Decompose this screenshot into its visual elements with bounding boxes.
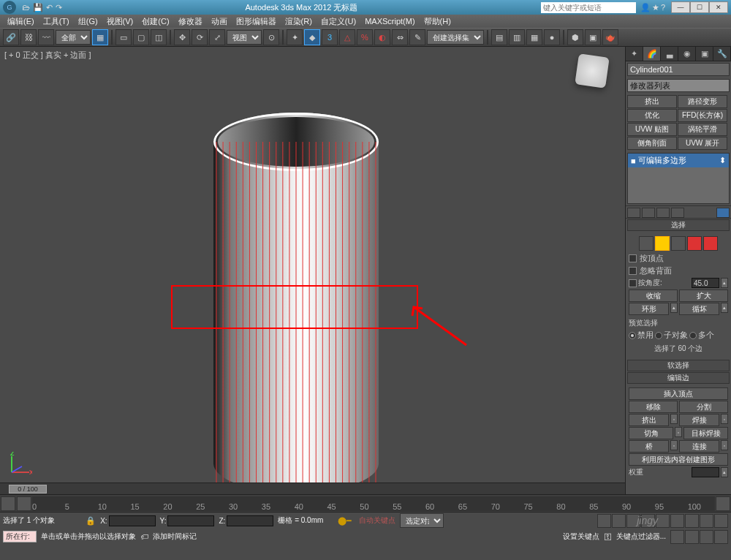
help-search[interactable] <box>541 2 636 13</box>
selection-filter[interactable]: 全部 <box>56 30 91 45</box>
radio-subobj[interactable] <box>655 332 662 339</box>
select-object-icon[interactable]: ▦ <box>92 29 108 45</box>
maximize-button[interactable]: ☐ <box>690 1 709 13</box>
rollout-editedges[interactable]: 编辑边 <box>627 372 730 384</box>
select-name-icon[interactable]: ▭ <box>115 29 132 45</box>
viewcube[interactable] <box>571 54 612 95</box>
stack-item-editpoly[interactable]: ■可编辑多边形⬍ <box>628 154 729 167</box>
redo-icon[interactable]: ↷ <box>56 3 62 12</box>
chk-ignoreback[interactable] <box>629 267 637 275</box>
bind-icon[interactable]: 〰 <box>38 29 54 45</box>
time-handle[interactable]: 0 / 100 <box>9 485 47 493</box>
show-result-icon[interactable] <box>642 208 655 218</box>
menu-rendering[interactable]: 渲染(R) <box>281 16 317 27</box>
schematic-icon[interactable]: ▦ <box>526 29 542 45</box>
close-button[interactable]: ✕ <box>709 1 728 13</box>
key-mode-icon[interactable]: ⚿ <box>604 532 612 541</box>
btn-bridge[interactable]: 桥 <box>629 440 669 453</box>
menu-group[interactable]: 组(G) <box>74 16 102 27</box>
btn-loop[interactable]: 循坏 <box>679 303 719 315</box>
tab-create[interactable]: ✦ <box>626 47 643 61</box>
menu-customize[interactable]: 自定义(U) <box>317 16 360 27</box>
nav2-icon[interactable] <box>685 530 699 544</box>
goto-start-icon[interactable] <box>597 514 611 528</box>
menu-modifiers[interactable]: 修改器 <box>174 16 207 27</box>
chk-byvertex[interactable] <box>629 254 637 262</box>
track-ruler[interactable]: 0510152025303540455055606570758085909510… <box>32 496 715 511</box>
coord-y[interactable] <box>167 515 214 526</box>
angle-snap-icon[interactable]: 3 <box>322 29 338 45</box>
tab-display[interactable]: ▣ <box>696 47 713 61</box>
key-filters-btn[interactable]: 关键点过滤器... <box>616 531 666 542</box>
menu-tools[interactable]: 工具(T) <box>39 16 74 27</box>
coord-z[interactable] <box>227 515 273 526</box>
key-icon[interactable]: ⬤━ <box>338 516 352 526</box>
angle-value[interactable] <box>692 278 719 288</box>
menu-grapheditors[interactable]: 图形编辑器 <box>232 16 281 27</box>
btn-grow[interactable]: 扩大 <box>679 290 728 302</box>
configure-icon[interactable] <box>716 208 730 218</box>
chk-byangle[interactable] <box>629 279 637 287</box>
subobj-polygon[interactable] <box>687 236 702 251</box>
subobj-edge[interactable] <box>655 236 670 251</box>
render-icon[interactable]: 🫖 <box>602 29 618 45</box>
mod-pathdeform[interactable]: 路径变形 <box>678 95 727 108</box>
btn-targetweld[interactable]: 目标焊接 <box>683 427 728 439</box>
object-name-field[interactable]: Cylinder001 <box>627 63 730 76</box>
coord-x[interactable] <box>109 515 156 526</box>
auto-key-btn[interactable]: 自动关键点 <box>359 515 395 526</box>
time-slider[interactable]: 0 / 100 <box>0 483 625 494</box>
nav-max-icon[interactable] <box>714 514 728 528</box>
radio-off[interactable] <box>629 332 636 339</box>
rollout-softsel[interactable]: 软选择 <box>627 360 730 371</box>
subobj-border[interactable] <box>671 236 686 251</box>
time-tag-icon[interactable]: 🏷 <box>140 532 148 541</box>
named-selection[interactable]: 创建选择集 <box>427 30 484 45</box>
snap-toggle-icon[interactable]: ◆ <box>304 29 320 45</box>
btn-connect[interactable]: 连接 <box>679 440 719 453</box>
user-icon[interactable]: 👤 <box>640 3 651 12</box>
rollout-selection[interactable]: 选择 <box>627 219 730 231</box>
modifier-stack[interactable]: ■可编辑多边形⬍ <box>627 153 730 204</box>
favorite-icon[interactable]: ★ <box>652 3 659 12</box>
btn-shrink[interactable]: 收缩 <box>629 290 678 302</box>
nav3-icon[interactable] <box>700 530 713 544</box>
viewport[interactable]: [ + 0 正交 ] 真实 + 边面 ] z x 0 / 100 <box>0 47 625 494</box>
mod-turbosmooth[interactable]: 涡轮平滑 <box>678 123 727 136</box>
btn-extrude[interactable]: 挤出 <box>629 414 669 426</box>
nav-pan-icon[interactable] <box>670 514 684 528</box>
btn-insertvertex[interactable]: 插入顶点 <box>629 387 728 400</box>
btn-createshape[interactable]: 利用所选内容创建图形 <box>629 453 728 466</box>
mod-ffd[interactable]: FFD(长方体) <box>678 109 727 122</box>
curve-editor-icon[interactable]: ▥ <box>509 29 525 45</box>
nav4-icon[interactable] <box>714 530 728 544</box>
remove-mod-icon[interactable] <box>671 208 684 218</box>
mod-extrude[interactable]: 挤出 <box>627 95 677 108</box>
btn-split[interactable]: 分割 <box>679 401 728 413</box>
open-icon[interactable]: 🗁 <box>22 3 30 12</box>
undo-icon[interactable]: ↶ <box>46 3 53 12</box>
nav-zoom-icon[interactable] <box>685 514 699 528</box>
btn-chamfer[interactable]: 切角 <box>629 427 673 439</box>
mod-optimize[interactable]: 优化 <box>627 109 677 122</box>
render-setup-icon[interactable]: ⬢ <box>567 29 583 45</box>
btn-remove[interactable]: 移除 <box>629 401 678 413</box>
rotate-icon[interactable]: ⟳ <box>192 29 208 45</box>
set-key-btn[interactable]: 设置关键点 <box>563 531 599 542</box>
tab-hierarchy[interactable]: ▃ <box>661 47 678 61</box>
menu-animation[interactable]: 动画 <box>207 16 232 27</box>
weight-value[interactable] <box>692 467 719 477</box>
script-listener[interactable]: 所在行: <box>3 531 37 542</box>
snap-options-icon[interactable]: ◐ <box>374 29 390 45</box>
render-frame-icon[interactable]: ▣ <box>585 29 601 45</box>
unlink-icon[interactable]: ⛓ <box>20 29 37 45</box>
track-toggle-icon[interactable] <box>1 496 15 511</box>
subobj-vertex[interactable] <box>639 236 654 251</box>
menu-edit[interactable]: 编辑(E) <box>3 16 39 27</box>
mod-shell[interactable]: 侧角剖面 <box>627 137 677 150</box>
mirror-icon[interactable]: ⇔ <box>392 29 408 45</box>
nav1-icon[interactable] <box>670 530 684 544</box>
subobj-element[interactable] <box>703 236 718 251</box>
save-icon[interactable]: 💾 <box>33 3 43 12</box>
btn-ring[interactable]: 环形 <box>629 303 669 315</box>
